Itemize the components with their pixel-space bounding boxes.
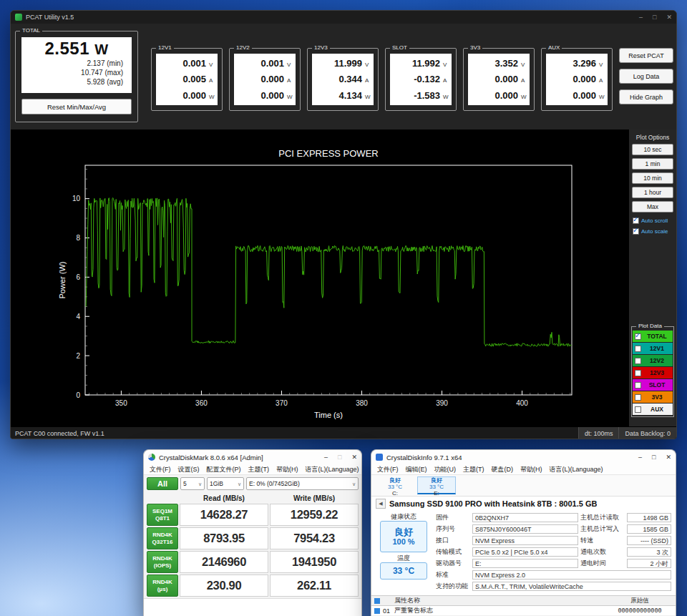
field-value: E: xyxy=(472,559,578,568)
menu-theme[interactable]: 主题(T) xyxy=(463,465,484,474)
health-status-text: 良好 xyxy=(394,527,413,537)
minimize-button[interactable]: – xyxy=(324,454,328,461)
temperature-box[interactable]: 33 °C xyxy=(380,562,427,580)
voltage-readout: 11.992V xyxy=(393,58,449,69)
plot-data-item-label: 12V1 xyxy=(643,345,671,352)
menu-disk[interactable]: 硬盘(D) xyxy=(492,465,514,474)
health-percent: 100 % xyxy=(392,537,414,547)
reset-pcat-button[interactable]: Reset PCAT xyxy=(619,48,673,63)
menu-profile[interactable]: 配置文件(P) xyxy=(207,465,241,474)
test-count-select[interactable]: 5 xyxy=(180,477,205,490)
seq1m-q8t1-button[interactable]: SEQ1MQ8T1 xyxy=(147,504,178,526)
rail-label: 3V3 xyxy=(468,44,482,52)
menu-file[interactable]: 文件(F) xyxy=(377,465,399,474)
log-data-button[interactable]: Log Data xyxy=(619,69,673,84)
rnd4k-q32t16-button[interactable]: RND4KQ32T16 xyxy=(147,527,178,549)
plot-data-item-12v1[interactable]: 12V1 xyxy=(633,343,673,354)
checkbox-icon xyxy=(635,394,641,401)
all-tests-button[interactable]: All xyxy=(147,477,178,490)
crystaldiskmark-window: CrystalDiskMark 8.0.6 x64 [Admin] – □ ✕ … xyxy=(143,449,362,616)
field-value: S.M.A.R.T., TRIM, VolatileWriteCache xyxy=(472,582,671,591)
current-readout: 0.000A xyxy=(549,74,605,84)
plot-data-item-total[interactable]: TOTAL xyxy=(633,331,673,342)
range-max-button[interactable]: Max xyxy=(632,201,673,212)
cdm-test-controls: All 5 1GiB E: 0% (0/7452GiB) xyxy=(144,475,361,492)
maximize-button[interactable]: □ xyxy=(653,14,656,21)
target-drive-select[interactable]: E: 0% (0/7452GiB) xyxy=(246,477,359,490)
field-value: 3 次 xyxy=(627,547,671,557)
checkbox-icon xyxy=(633,228,639,235)
rnd4k-latency-button[interactable]: RND4K(μs) xyxy=(147,575,178,597)
close-button[interactable]: ✕ xyxy=(666,454,671,461)
hide-graph-button[interactable]: Hide Graph xyxy=(619,89,673,104)
svg-text:360: 360 xyxy=(195,399,208,407)
current-readout: 0.344A xyxy=(315,74,371,84)
auto-scroll-option[interactable]: Auto scroll xyxy=(631,215,674,226)
power-readout: 0.000W xyxy=(237,90,293,101)
power-readout: 0.000W xyxy=(549,90,605,101)
close-button[interactable]: ✕ xyxy=(351,454,357,461)
menu-help[interactable]: 帮助(H) xyxy=(276,465,298,474)
field-label: 主机总计读取 xyxy=(580,513,625,522)
svg-text:2: 2 xyxy=(76,352,80,360)
range-10sec-button[interactable]: 10 sec xyxy=(632,144,673,155)
cdi-menubar: 文件(F) 编辑(E) 功能(U) 主题(T) 硬盘(D) 帮助(H) 语言(L… xyxy=(371,464,676,475)
auto-scale-option[interactable]: Auto scale xyxy=(631,226,674,237)
menu-file[interactable]: 文件(F) xyxy=(150,465,171,474)
svg-text:Power (W): Power (W) xyxy=(58,262,67,299)
rail-panel-12v1: 12V1 0.001V 0.005A 0.000W xyxy=(151,48,223,111)
plot-data-item-aux[interactable]: AUX xyxy=(633,404,673,415)
close-button[interactable]: ✕ xyxy=(666,14,672,21)
rail-label: AUX xyxy=(546,44,562,52)
menu-help[interactable]: 帮助(H) xyxy=(520,465,542,474)
maximize-button[interactable]: □ xyxy=(652,454,656,461)
minimize-button[interactable]: – xyxy=(638,454,642,461)
drive-tab-e[interactable]: 良好 33 °C E: xyxy=(417,476,456,494)
checkbox-icon xyxy=(635,346,641,352)
menu-language[interactable]: 语言(L)(Language) xyxy=(550,465,603,474)
menu-edit[interactable]: 编辑(E) xyxy=(406,465,427,474)
range-1hour-button[interactable]: 1 hour xyxy=(632,187,673,198)
svg-text:350: 350 xyxy=(115,399,127,407)
window-title: CrystalDiskMark 8.0.6 x64 [Admin] xyxy=(159,454,263,461)
range-10min-button[interactable]: 10 min xyxy=(632,172,673,184)
result-row-rnd4k-iops: RND4K(IOPS) 2146960 1941950 xyxy=(147,551,359,573)
field-value: NVM Express 2.0 xyxy=(472,570,671,580)
range-1min-button[interactable]: 1 min xyxy=(632,158,673,170)
checkbox-icon xyxy=(635,406,641,413)
svg-text:390: 390 xyxy=(436,399,448,407)
cdi-titlebar[interactable]: CrystalDiskInfo 9.7.1 x64 – □ ✕ xyxy=(371,450,676,464)
power-chart-svg: PCI EXPRESS POWER35036037038039040002468… xyxy=(11,129,629,426)
cdm-titlebar[interactable]: CrystalDiskMark 8.0.6 x64 [Admin] – □ ✕ xyxy=(144,450,361,464)
cdi-main-info: 健康状态 良好 100 % 温度 33 °C 固件 0B2QNXH7 主机总计读… xyxy=(371,510,676,595)
minimize-button[interactable]: – xyxy=(639,14,643,21)
svg-text:370: 370 xyxy=(276,399,288,407)
plot-data-item-3v3[interactable]: 3V3 xyxy=(633,391,673,403)
reset-minmaxavg-button[interactable]: Reset Min/Max/Avg xyxy=(21,99,132,114)
plot-data-item-12v2[interactable]: 12V2 xyxy=(633,355,673,366)
health-status-box[interactable]: 良好 100 % xyxy=(380,521,427,552)
menu-theme[interactable]: 主题(T) xyxy=(248,465,270,474)
pcat-titlebar[interactable]: PCAT Utility v1.5 – □ ✕ xyxy=(11,11,676,24)
health-label: 健康状态 xyxy=(376,512,432,521)
plot-data-item-12v3[interactable]: 12V3 xyxy=(633,367,673,378)
test-size-select[interactable]: 1GiB xyxy=(207,477,244,490)
menu-language[interactable]: 语言(L)(Language) xyxy=(306,465,359,474)
attribute-row[interactable]: 01 严重警告标志 000000000000 xyxy=(371,606,676,616)
plot-data-item-label: 12V2 xyxy=(643,357,671,364)
previous-drive-button[interactable]: ◀ xyxy=(376,499,386,509)
plot-data-item-slot[interactable]: SLOT xyxy=(633,379,673,391)
window-title: CrystalDiskInfo 9.7.1 x64 xyxy=(386,454,462,461)
rnd4k-iops-button[interactable]: RND4K(IOPS) xyxy=(147,551,178,573)
max-power: 10.747 (max) xyxy=(21,68,132,77)
menu-function[interactable]: 功能(U) xyxy=(434,465,457,474)
connection-status: PCAT C00 connected, FW v1.1 xyxy=(11,430,578,437)
field-label: 支持的功能 xyxy=(436,582,470,591)
menu-settings[interactable]: 设置(S) xyxy=(178,465,200,474)
voltage-readout: 3.296V xyxy=(549,58,605,69)
drive-fields: 固件 0B2QNXH7 主机总计读取 1498 GB 序列号 S875NJ0Y6… xyxy=(436,512,671,592)
power-readout: 0.000W xyxy=(159,90,215,101)
health-indicator-icon xyxy=(374,598,380,604)
field-label: 驱动器号 xyxy=(436,559,470,568)
drive-tab-c[interactable]: 良好 33 °C C: xyxy=(376,476,414,494)
